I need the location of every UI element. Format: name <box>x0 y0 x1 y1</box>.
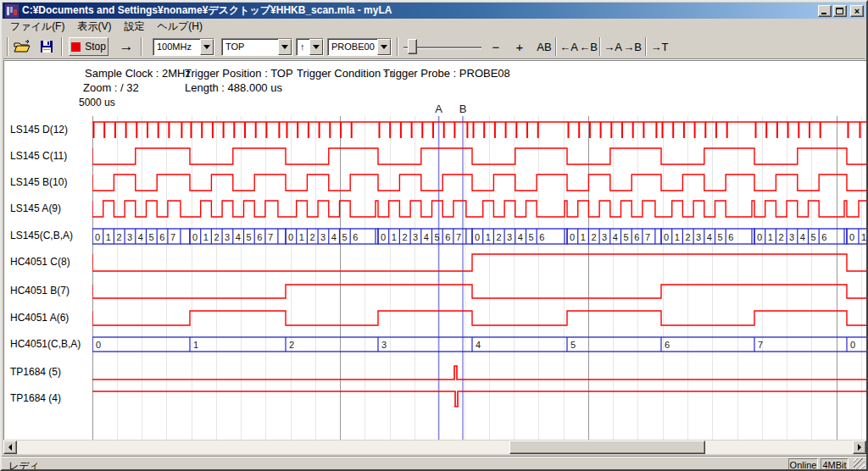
channel-label: HC4051 A(6) <box>10 312 69 324</box>
menu-file[interactable]: ファイル(F) <box>10 19 64 34</box>
open-file-button[interactable] <box>11 37 33 56</box>
sample-clock-combo[interactable]: 100MHz <box>153 38 214 56</box>
trigger-position-info: Trigger Position : TOP <box>185 67 293 80</box>
app-icon <box>5 4 19 18</box>
bus-value-label: 0 <box>475 232 480 242</box>
bus-value-label: 5 <box>624 232 629 242</box>
length-info: Length : 488.000 us <box>185 81 282 94</box>
toolbar-separator <box>141 37 142 56</box>
close-button[interactable]: × <box>850 5 864 17</box>
bus-value-label: 2 <box>685 232 690 242</box>
goto-cursor-a-left-button[interactable]: ←A <box>559 37 579 56</box>
cursor-label-a: A <box>435 103 442 115</box>
horizontal-scrollbar[interactable] <box>3 441 866 454</box>
goto-cursor-b-right-button[interactable]: →B <box>622 37 643 56</box>
toolbar-separator <box>397 37 398 56</box>
channel-label: LS145 C(11) <box>10 150 67 162</box>
bus-value-label: 2 <box>214 232 219 242</box>
waveform-client-area: Sample Clock : 2MHz Trigger Position : T… <box>3 60 866 440</box>
menu-view[interactable]: 表示(V) <box>77 19 111 34</box>
trigger-probe-combo[interactable]: PROBE00 <box>327 38 392 56</box>
goto-cursor-a-right-button[interactable]: →A <box>603 37 623 56</box>
bus-value-label: 7 <box>645 232 650 242</box>
waveform-plot[interactable]: 0123456701234567012345601234567012345601… <box>92 97 868 440</box>
bus-value-label: 6 <box>353 232 358 242</box>
arrow-left-icon <box>5 444 12 451</box>
menu-settings[interactable]: 設定 <box>124 19 144 34</box>
bus-value-label: 1 <box>392 232 397 242</box>
bus-value-label: 2 <box>289 340 294 350</box>
scrollbar-thumb[interactable] <box>509 441 705 454</box>
run-button[interactable]: → <box>114 37 138 56</box>
resize-grip[interactable] <box>854 458 865 469</box>
zoom-slider-thumb[interactable] <box>408 39 417 54</box>
goto-trigger-button[interactable]: →T <box>648 37 670 56</box>
channel-label: HC4051 B(7) <box>10 285 70 296</box>
channel-label: LS145 D(12) <box>10 124 68 136</box>
chevron-down-icon <box>381 45 387 53</box>
trigger-position-combo[interactable]: TOP <box>221 38 292 56</box>
minimize-icon <box>821 13 826 14</box>
goto-cursor-b-left-button[interactable]: ←B <box>578 37 598 56</box>
trigger-edge-combo[interactable]: ↑ <box>296 38 324 56</box>
combo-dropdown-button[interactable] <box>309 39 323 55</box>
scroll-right-button[interactable] <box>853 441 866 454</box>
bus-value-label: 0 <box>288 232 293 242</box>
window-title: C:¥Documents and Settings¥noname¥デスクトップ¥… <box>22 3 818 18</box>
trigger-probe-info: Trigger Probe : PROBE08 <box>383 67 510 80</box>
combo-dropdown-button[interactable] <box>278 39 292 55</box>
bus-value-label: 6 <box>634 232 639 242</box>
trigger-condition-info: Trigger Condition : ↓ <box>297 67 396 80</box>
bus-value-label: 4 <box>476 340 481 350</box>
bus-value-label: 3 <box>320 232 326 242</box>
channel-label: LS145 A(9) <box>10 202 61 214</box>
bus-value-label: 4 <box>331 232 337 242</box>
bus-value-label: 4 <box>613 232 618 242</box>
bus-value-label: 6 <box>665 340 670 350</box>
save-button[interactable] <box>36 37 58 56</box>
channel-label: HC4051 C(8) <box>10 256 70 268</box>
stop-button[interactable]: Stop <box>69 37 108 56</box>
bus-value-label: 7 <box>758 340 763 350</box>
bus-value-label: 1 <box>106 232 111 242</box>
bus-value-label: 4 <box>424 232 429 242</box>
sample-clock-info: Sample Clock : 2MHz <box>85 67 191 80</box>
status-message: レディ <box>8 459 40 471</box>
maximize-button[interactable] <box>833 5 847 17</box>
toolbar-separator <box>555 37 557 56</box>
scroll-left-button[interactable] <box>3 441 17 454</box>
bus-value-label: 6 <box>257 232 262 242</box>
bus-value-label: 2 <box>496 232 501 242</box>
bus-value-label: 0 <box>849 232 854 242</box>
sample-clock-value: 100MHz <box>153 39 200 55</box>
trigger-edge-value: ↑ <box>297 39 309 55</box>
bus-value-label: 3 <box>789 232 794 242</box>
bus-value-label: 2 <box>116 232 121 242</box>
toolbar-separator <box>7 37 8 56</box>
stop-icon <box>71 42 81 52</box>
close-icon: × <box>851 5 863 17</box>
memory-size-badge: 4MBit <box>821 458 849 471</box>
title-bar[interactable]: C:¥Documents and Settings¥noname¥デスクトップ¥… <box>3 3 865 19</box>
bus-value-label: 1 <box>675 232 680 242</box>
zoom-in-button[interactable]: + <box>510 37 529 56</box>
bus-value-label: 4 <box>518 232 523 242</box>
maximize-icon <box>836 8 843 14</box>
combo-dropdown-button[interactable] <box>377 39 391 55</box>
bus-value-label: 3 <box>413 232 418 242</box>
combo-dropdown-button[interactable] <box>200 39 214 55</box>
bus-value-label: 5 <box>342 232 348 242</box>
toolbar-separator <box>599 37 601 56</box>
minimize-button[interactable] <box>818 5 832 17</box>
bus-value-label: 7 <box>170 232 175 242</box>
zoom-ab-button[interactable]: AB <box>532 37 556 56</box>
bus-value-label: 6 <box>539 232 544 242</box>
save-floppy-icon <box>40 40 53 53</box>
trace-ls145-b <box>92 175 868 191</box>
trigger-position-value: TOP <box>222 39 278 55</box>
bus-value-label: 3 <box>381 340 387 350</box>
bus-value-label: 3 <box>225 232 230 242</box>
bus-value-label: 2 <box>778 232 783 242</box>
menu-help[interactable]: ヘルプ(H) <box>157 19 203 34</box>
zoom-out-button[interactable]: − <box>487 37 505 56</box>
